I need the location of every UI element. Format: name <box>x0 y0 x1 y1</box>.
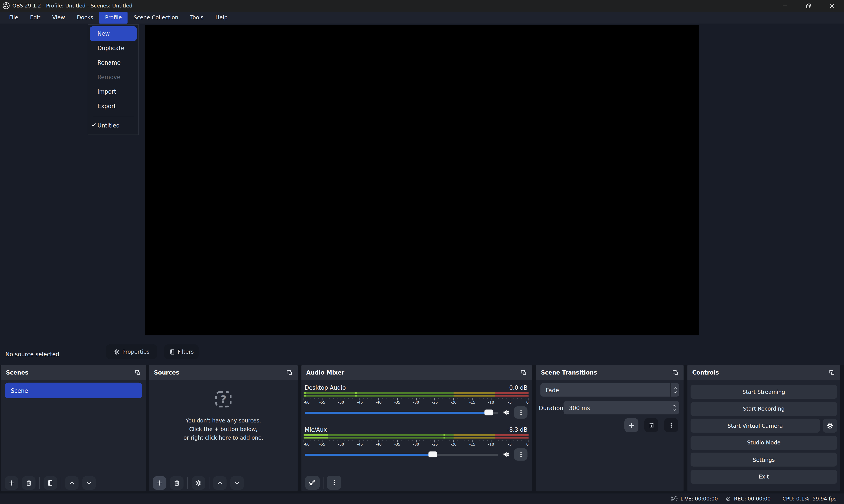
move-source-up-button[interactable] <box>213 476 227 490</box>
plus-icon <box>156 480 163 486</box>
studio-mode-button[interactable]: Studio Mode <box>690 436 837 450</box>
profile-menu-new[interactable]: New <box>90 26 137 41</box>
channel-options-button[interactable] <box>514 406 527 418</box>
menu-view[interactable]: View <box>47 12 71 24</box>
menu-file[interactable]: File <box>3 12 24 24</box>
channel-db-value: 0.0 dB <box>509 384 527 391</box>
channel-options-button[interactable] <box>514 448 527 461</box>
vu-meter-bar <box>304 392 528 394</box>
scene-filters-button[interactable] <box>43 476 57 490</box>
double-gear-icon <box>308 479 317 487</box>
broadcast-slash-icon <box>671 495 678 502</box>
chevron-up-icon <box>68 480 75 486</box>
move-scene-down-button[interactable] <box>83 476 96 490</box>
minimize-icon <box>782 3 788 9</box>
question-box-icon <box>214 390 233 409</box>
volume-slider-handle[interactable] <box>484 410 493 415</box>
scenes-panel-header[interactable]: Scenes <box>1 365 146 380</box>
popout-icon[interactable] <box>286 369 293 376</box>
popout-icon[interactable] <box>828 369 836 376</box>
vu-meter-bar <box>304 434 528 436</box>
settings-button[interactable]: Settings <box>690 453 837 467</box>
sources-empty-state[interactable]: You don't have any sources. Click the + … <box>149 390 298 443</box>
filters-button[interactable]: Filters <box>164 344 199 359</box>
start-streaming-button[interactable]: Start Streaming <box>690 385 837 399</box>
scene-list-item[interactable]: Scene <box>5 383 142 398</box>
restore-button[interactable] <box>796 0 820 12</box>
menu-help[interactable]: Help <box>210 12 234 24</box>
remove-scene-button[interactable] <box>22 476 35 490</box>
popout-icon[interactable] <box>520 369 527 376</box>
channel-name: Desktop Audio <box>305 384 346 391</box>
volume-slider[interactable] <box>305 409 498 416</box>
gear-icon <box>826 422 834 429</box>
source-toolbar: No source selected Properties Filters <box>0 343 844 365</box>
menu-docks[interactable]: Docks <box>71 12 99 24</box>
source-status-text: No source selected <box>5 343 59 365</box>
duration-value: 300 ms <box>563 404 590 411</box>
close-button[interactable] <box>820 0 844 12</box>
transition-select[interactable]: Fade <box>540 383 679 397</box>
remove-transition-button[interactable] <box>644 418 659 432</box>
start-recording-button[interactable]: Start Recording <box>690 402 837 416</box>
kebab-icon <box>518 451 524 457</box>
vu-meter-bar <box>304 437 528 438</box>
transition-select-value: Fade <box>540 386 559 393</box>
menu-scene-collection[interactable]: Scene Collection <box>128 12 184 24</box>
minimize-button[interactable] <box>773 0 797 12</box>
preview-canvas[interactable] <box>145 25 699 336</box>
move-scene-up-button[interactable] <box>65 476 78 490</box>
add-source-button[interactable] <box>153 476 166 490</box>
properties-button[interactable]: Properties <box>106 344 157 359</box>
scenes-panel: Scenes Scene <box>1 365 146 491</box>
menu-profile[interactable]: Profile <box>99 12 128 24</box>
window-controls <box>773 0 844 12</box>
controls-panel: Controls Start Streaming Start Recording… <box>687 365 840 491</box>
profile-menu-remove: Remove <box>90 70 137 84</box>
scene-transitions-header[interactable]: Scene Transitions <box>536 365 684 380</box>
kebab-icon <box>331 480 337 486</box>
profile-menu-import[interactable]: Import <box>90 84 137 99</box>
exit-button[interactable]: Exit <box>690 469 837 484</box>
duration-input[interactable]: 300 ms <box>563 401 679 414</box>
add-transition-button[interactable] <box>624 418 639 432</box>
popout-icon[interactable] <box>672 369 679 376</box>
popout-icon[interactable] <box>134 369 141 376</box>
speaker-icon[interactable] <box>502 450 510 458</box>
duration-spinner[interactable] <box>672 401 677 414</box>
start-virtual-camera-button[interactable]: Start Virtual Camera <box>690 419 820 433</box>
advanced-audio-button[interactable] <box>305 476 320 490</box>
cpu-fps-stats: CPU: 0.1%, 59.94 fps <box>783 496 836 502</box>
volume-slider-handle[interactable] <box>429 451 437 457</box>
transition-select-spinner[interactable] <box>670 383 679 397</box>
profile-menu-duplicate[interactable]: Duplicate <box>90 41 137 55</box>
move-source-down-button[interactable] <box>230 476 244 490</box>
transition-options-button[interactable] <box>664 418 678 432</box>
profile-menu-untitled[interactable]: Untitled <box>90 118 137 132</box>
sources-panel-header[interactable]: Sources <box>149 365 298 380</box>
menu-tools[interactable]: Tools <box>184 12 209 24</box>
mixer-options-button[interactable] <box>327 476 341 490</box>
volume-slider[interactable] <box>305 451 498 457</box>
remove-source-button[interactable] <box>170 476 183 490</box>
menu-bar: File Edit View Docks Profile Scene Colle… <box>0 12 844 24</box>
sources-panel-title: Sources <box>154 369 179 376</box>
source-properties-button[interactable] <box>192 476 205 490</box>
empty-text-line: Click the + button below, <box>189 425 257 434</box>
controls-title: Controls <box>692 369 719 376</box>
obs-window: OBS 29.1.2 - Profile: Untitled - Scenes:… <box>0 0 844 504</box>
trash-icon <box>173 480 180 486</box>
duration-row: Duration 300 ms <box>536 401 684 414</box>
rec-status: REC: 00:00:00 <box>725 496 771 502</box>
menu-edit[interactable]: Edit <box>24 12 47 24</box>
chevron-up-icon <box>672 385 677 390</box>
add-scene-button[interactable] <box>5 476 18 490</box>
speaker-icon[interactable] <box>502 408 510 416</box>
profile-menu-export[interactable]: Export <box>90 99 137 113</box>
controls-header[interactable]: Controls <box>687 365 840 380</box>
virtual-camera-settings-button[interactable] <box>823 419 837 433</box>
profile-menu-rename[interactable]: Rename <box>90 55 137 70</box>
audio-mixer-header[interactable]: Audio Mixer <box>301 365 532 380</box>
toolbar-separator <box>323 477 323 489</box>
meter-scale-labels: -60-55-50-45-40-35-30-25-20-15-10-50 <box>304 400 528 406</box>
